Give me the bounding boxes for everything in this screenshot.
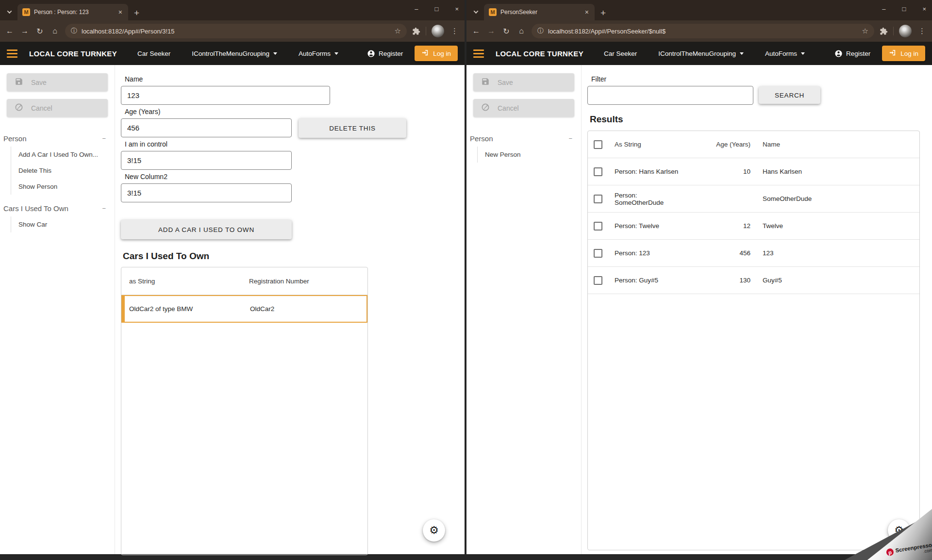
cell-as-string: Person: Guy#5 <box>608 277 682 284</box>
site-info-icon[interactable]: ⓘ <box>71 27 77 35</box>
address-bar[interactable]: ⓘ localhost:8182/App#/Person/3!15 ☆ <box>65 24 407 38</box>
new-tab-button[interactable]: + <box>134 8 139 17</box>
site-favicon: M <box>22 8 30 16</box>
cancel-button[interactable]: Cancel <box>7 99 108 117</box>
forward-button[interactable]: → <box>486 27 496 35</box>
close-button[interactable]: × <box>455 5 459 13</box>
register-button[interactable]: Register <box>367 49 403 58</box>
row-checkbox[interactable] <box>594 276 602 285</box>
collapse-icon[interactable]: − <box>102 205 106 212</box>
nav-link-car-seeker[interactable]: Car Seeker <box>604 50 637 57</box>
results-table: As String Age (Years) Name Person: Hans … <box>587 131 920 550</box>
add-car-button[interactable]: ADD A CAR I USED TO OWN <box>121 220 292 239</box>
sidebar-item-show-person[interactable]: Show Person <box>11 179 115 195</box>
menu-icon[interactable] <box>473 49 484 58</box>
maximize-button[interactable]: □ <box>902 5 906 13</box>
row-checkbox[interactable] <box>594 195 602 203</box>
url-text[interactable]: localhost:8182/App#/Person/3!15 <box>82 28 390 35</box>
app-brand[interactable]: LOCAL CORE TURNKEY <box>29 49 117 58</box>
login-button[interactable]: Log in <box>882 46 925 61</box>
extensions-icon[interactable] <box>412 27 420 35</box>
browser-tab-person[interactable]: M Person : Person: 123 × <box>17 4 128 20</box>
home-button[interactable]: ⌂ <box>516 27 526 35</box>
sidebar-section-cars[interactable]: Cars I Used To Own − <box>0 195 115 216</box>
sidebar-section-person[interactable]: Person − <box>0 125 115 147</box>
browser-menu-icon[interactable]: ⋮ <box>917 27 927 35</box>
browser-window-person: M Person : Person: 123 × + – □ × ← → ↻ ⌂… <box>0 0 465 554</box>
cell-as-string: OldCar2 of type BMW <box>122 305 244 313</box>
sidebar-item-delete-this[interactable]: Delete This <box>11 163 115 179</box>
minimize-button[interactable]: – <box>415 5 418 13</box>
table-row[interactable]: Person: Twelve 12 Twelve <box>588 213 919 240</box>
sidebar-section-person[interactable]: Person − <box>466 125 581 147</box>
reload-button[interactable]: ↻ <box>501 27 511 36</box>
login-button[interactable]: Log in <box>415 46 458 61</box>
back-button[interactable]: ← <box>5 27 15 35</box>
register-button[interactable]: Register <box>834 49 870 58</box>
row-checkbox[interactable] <box>594 167 602 176</box>
login-icon <box>421 49 429 58</box>
tab-title: Person : Person: 123 <box>34 9 114 16</box>
control-field[interactable] <box>121 151 292 170</box>
menu-icon[interactable] <box>7 49 17 58</box>
table-row[interactable]: Person: SomeOtherDude SomeOtherDude <box>588 185 919 213</box>
back-button[interactable]: ← <box>471 27 481 35</box>
bookmark-star-icon[interactable]: ☆ <box>395 27 401 35</box>
nav-dropdown-menu-grouping[interactable]: IControlTheMenuGrouping <box>192 50 277 57</box>
cell-name: 123 <box>756 249 919 257</box>
tab-close-icon[interactable]: × <box>584 8 590 16</box>
extensions-icon[interactable] <box>880 27 888 35</box>
nav-dropdown-menu-grouping[interactable]: IControlTheMenuGrouping <box>658 50 744 57</box>
sidebar-item-show-car[interactable]: Show Car <box>11 216 115 232</box>
person-form: Name Age (Years) DELETE THIS I am in con… <box>115 65 465 554</box>
browser-tab-personseeker[interactable]: M PersonSeeker × <box>484 4 595 20</box>
collapse-icon[interactable]: − <box>102 135 106 142</box>
tab-search-button[interactable] <box>468 3 483 20</box>
tab-close-icon[interactable]: × <box>117 8 123 16</box>
settings-fab[interactable]: ⚙ <box>423 519 445 542</box>
filter-input[interactable] <box>587 86 753 105</box>
maximize-button[interactable]: □ <box>435 5 439 13</box>
name-field[interactable] <box>121 86 330 105</box>
tab-search-button[interactable] <box>2 3 17 20</box>
screenpresso-logo: p <box>886 548 894 556</box>
forward-button[interactable]: → <box>20 27 30 35</box>
browser-menu-icon[interactable]: ⋮ <box>449 27 460 35</box>
reload-button[interactable]: ↻ <box>35 27 45 36</box>
select-all-checkbox[interactable] <box>594 140 602 149</box>
age-field[interactable] <box>121 118 292 137</box>
nav-dropdown-autoforms[interactable]: AutoForms <box>299 50 338 57</box>
address-bar[interactable]: ⓘ localhost:8182/App#/PersonSeeker/$null… <box>532 24 874 38</box>
sidebar-item-add-car[interactable]: Add A Car I Used To Own... <box>11 147 115 163</box>
cell-registration: OldCar2 <box>244 305 366 313</box>
profile-avatar[interactable] <box>432 25 444 37</box>
close-button[interactable]: × <box>922 5 926 13</box>
site-info-icon[interactable]: ⓘ <box>537 27 544 35</box>
cell-age: 10 <box>682 168 756 175</box>
toolbar-divider <box>426 27 426 35</box>
delete-this-button[interactable]: DELETE THIS <box>299 118 406 138</box>
row-checkbox[interactable] <box>594 222 602 231</box>
table-row[interactable]: Person: 123 456 123 <box>588 240 919 267</box>
bookmark-star-icon[interactable]: ☆ <box>862 27 868 35</box>
cell-as-string: Person: Hans Karlsen <box>608 168 682 175</box>
table-row[interactable]: Person: Guy#5 130 Guy#5 <box>588 267 919 294</box>
home-button[interactable]: ⌂ <box>50 27 60 35</box>
save-button[interactable]: Save <box>473 73 574 91</box>
new-tab-button[interactable]: + <box>600 8 606 17</box>
save-button[interactable]: Save <box>7 73 108 91</box>
table-row[interactable]: Person: Hans Karlsen 10 Hans Karlsen <box>588 158 919 185</box>
nav-link-car-seeker[interactable]: Car Seeker <box>137 50 170 57</box>
collapse-icon[interactable]: − <box>568 135 572 142</box>
row-checkbox[interactable] <box>594 249 602 258</box>
url-text[interactable]: localhost:8182/App#/PersonSeeker/$null$ <box>548 28 858 35</box>
nav-dropdown-autoforms[interactable]: AutoForms <box>765 50 805 57</box>
table-row-selected[interactable]: OldCar2 of type BMW OldCar2 <box>121 295 367 323</box>
app-brand[interactable]: LOCAL CORE TURNKEY <box>496 49 583 58</box>
sidebar-item-new-person[interactable]: New Person <box>478 147 581 163</box>
minimize-button[interactable]: – <box>882 5 885 13</box>
search-button[interactable]: SEARCH <box>759 86 820 104</box>
cancel-button[interactable]: Cancel <box>473 99 574 117</box>
new-column2-field[interactable] <box>121 183 292 202</box>
profile-avatar[interactable] <box>899 25 912 37</box>
